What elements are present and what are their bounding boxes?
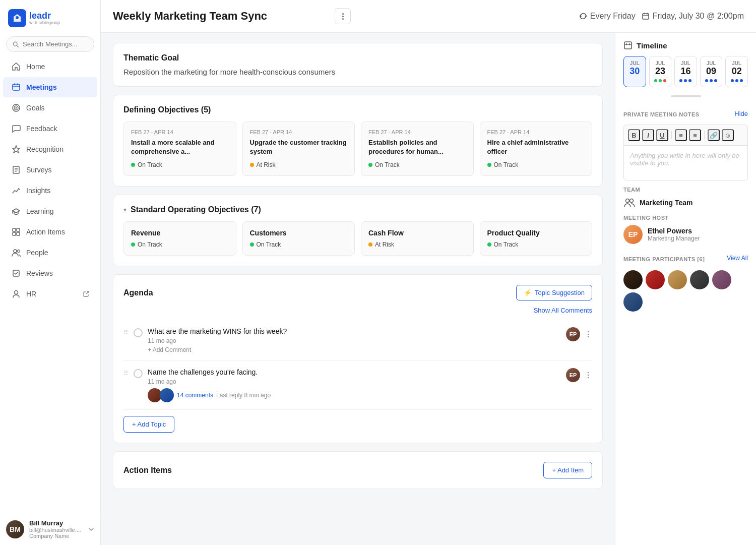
date-item-3[interactable]: JUL 09 <box>700 56 723 87</box>
topic-suggestion-button[interactable]: ⚡ Topic Suggestion <box>516 285 592 300</box>
date-item-1[interactable]: JUL 23 <box>649 56 672 87</box>
participant-avatar-5 <box>623 292 643 312</box>
sidebar-item-insights[interactable]: Insights <box>3 180 97 201</box>
page-header: Weekly Marketing Team Sync Every Friday … <box>101 0 756 33</box>
sidebar-item-label: Action Items <box>26 228 65 236</box>
sidebar-item-label: Learning <box>26 207 54 215</box>
add-item-button[interactable]: + Add Item <box>543 462 592 478</box>
soo-card-1[interactable]: Customers On Track <box>242 221 355 256</box>
notes-textarea[interactable]: Anything you write in here will only be … <box>623 145 748 180</box>
action-items-header: Action Items + Add Item <box>123 462 592 478</box>
drag-handle-icon[interactable]: ⠿ <box>123 329 129 336</box>
surveys-icon <box>11 165 21 175</box>
sidebar-item-home[interactable]: Home <box>3 56 97 77</box>
date-item-2[interactable]: JUL 16 <box>674 56 697 87</box>
agenda-body-1: Name the challenges you're facing. 11 mo… <box>148 368 561 402</box>
link-button[interactable]: 🔗 <box>708 129 720 141</box>
agenda-body-0: What are the marketing WINS for this wee… <box>148 327 561 353</box>
obj-date: FEB 27 - APR 14 <box>131 129 229 135</box>
date-button[interactable]: Friday, July 30 @ 2:00pm <box>642 12 744 21</box>
logo-text: leadr <box>29 11 60 20</box>
recurrence-button[interactable]: Every Friday <box>579 12 636 21</box>
host-title: Marketing Manager <box>648 235 700 242</box>
agenda-checkbox-1[interactable] <box>134 369 143 378</box>
objective-card-2[interactable]: FEB 27 - APR 14 Establish policies and p… <box>361 122 474 176</box>
date-item-0[interactable]: JUL 30 <box>623 56 646 87</box>
last-reply: Last reply 8 min ago <box>216 392 271 399</box>
add-topic-button[interactable]: + Add Topic <box>123 416 174 433</box>
hr-icon <box>11 289 21 299</box>
emoji-button[interactable]: ☺ <box>722 129 734 141</box>
more-options-button[interactable] <box>335 8 351 24</box>
italic-button[interactable]: I <box>642 129 654 141</box>
defining-objectives-card: Defining Objectives (5) FEB 27 - APR 14 … <box>113 95 603 187</box>
obj-status: At Risk <box>250 161 348 168</box>
soo-card-title: Product Quality <box>487 229 585 237</box>
agenda-more-icon[interactable] <box>584 371 592 379</box>
bold-button[interactable]: B <box>628 129 640 141</box>
date-month: JUL <box>678 60 694 66</box>
show-all-comments-link[interactable]: Show All Comments <box>123 307 592 314</box>
agenda-item-1: ⠿ Name the challenges you're facing. 11 … <box>123 361 592 410</box>
agenda-question: Name the challenges you're facing. <box>148 368 561 376</box>
status-dot <box>250 243 254 247</box>
underline-button[interactable]: U <box>656 129 668 141</box>
comment-avatars <box>148 388 174 402</box>
search-input[interactable] <box>23 40 88 48</box>
sidebar-item-label: Insights <box>26 187 50 195</box>
svg-line-23 <box>86 291 89 294</box>
agenda-more-icon[interactable] <box>584 330 592 338</box>
soo-card-2[interactable]: Cash Flow At Risk <box>361 221 474 256</box>
participant-avatar-img <box>712 270 731 289</box>
agenda-checkbox-0[interactable] <box>134 328 143 337</box>
home-icon <box>11 62 21 72</box>
status-dot-green <box>131 163 135 167</box>
recurrence-icon <box>579 12 587 20</box>
svg-point-33 <box>588 377 589 378</box>
status-label: On Track <box>257 241 281 248</box>
sidebar-item-hr[interactable]: HR <box>3 284 97 304</box>
search-box[interactable] <box>6 36 94 52</box>
date-day: 16 <box>678 66 694 77</box>
participant-avatar-1 <box>646 270 665 289</box>
agenda-header: Agenda ⚡ Topic Suggestion <box>123 285 592 300</box>
sidebar-item-reviews[interactable]: Reviews <box>3 263 97 283</box>
sidebar-item-surveys[interactable]: Surveys <box>3 160 97 180</box>
ordered-list-button[interactable]: ≡ <box>689 129 701 141</box>
date-dots <box>653 79 668 83</box>
comment-count[interactable]: 14 comments <box>177 392 213 399</box>
obj-title: Hire a chief administrative officer <box>487 138 585 156</box>
sidebar-item-recognition[interactable]: Recognition <box>3 139 97 159</box>
objective-card-0[interactable]: FEB 27 - APR 14 Install a more scalable … <box>123 122 236 176</box>
soo-card-3[interactable]: Product Quality On Track <box>480 221 593 256</box>
date-item-4[interactable]: JUL 02 <box>725 56 748 87</box>
participants-header: MEETING PARTICIPANTS [6] View All <box>623 250 748 266</box>
objective-card-3[interactable]: FEB 27 - APR 14 Hire a chief administrat… <box>480 122 593 176</box>
objective-card-1[interactable]: FEB 27 - APR 14 Upgrade the customer tra… <box>242 122 355 176</box>
soo-card-0[interactable]: Revenue On Track <box>123 221 236 256</box>
user-info[interactable]: BM Bill Murray bill@husknashville.... Co… <box>6 519 94 539</box>
chevron-down-icon[interactable]: ▾ <box>123 206 127 213</box>
obj-date: FEB 27 - APR 14 <box>487 129 585 135</box>
notes-placeholder: Anything you write in here will only be … <box>630 152 739 167</box>
date-month: JUL <box>729 60 744 66</box>
unordered-list-button[interactable]: ≡ <box>675 129 687 141</box>
hide-notes-button[interactable]: Hide <box>734 110 748 117</box>
sidebar-item-action-items[interactable]: Action Items <box>3 222 97 242</box>
drag-handle-icon[interactable]: ⠿ <box>123 370 129 377</box>
date-day: 09 <box>704 66 719 77</box>
sidebar-item-people[interactable]: People <box>3 243 97 263</box>
sidebar-item-meetings[interactable]: Meetings <box>3 77 97 97</box>
sidebar-item-learning[interactable]: Learning <box>3 201 97 221</box>
sidebar-item-feedback[interactable]: Feedback <box>3 118 97 139</box>
host-name: Ethel Powers <box>648 227 700 235</box>
obj-title: Upgrade the customer tracking system <box>250 138 348 156</box>
standard-objectives-card: ▾ Standard Operating Objectives (7) Reve… <box>113 195 603 266</box>
sidebar-item-goals[interactable]: Goals <box>3 98 97 118</box>
add-comment-link[interactable]: + Add Comment <box>148 346 561 353</box>
svg-rect-17 <box>13 232 16 235</box>
status-label: At Risk <box>257 161 276 168</box>
view-all-button[interactable]: View All <box>727 255 748 262</box>
date-dots <box>678 79 694 83</box>
lightning-icon: ⚡ <box>524 289 532 296</box>
